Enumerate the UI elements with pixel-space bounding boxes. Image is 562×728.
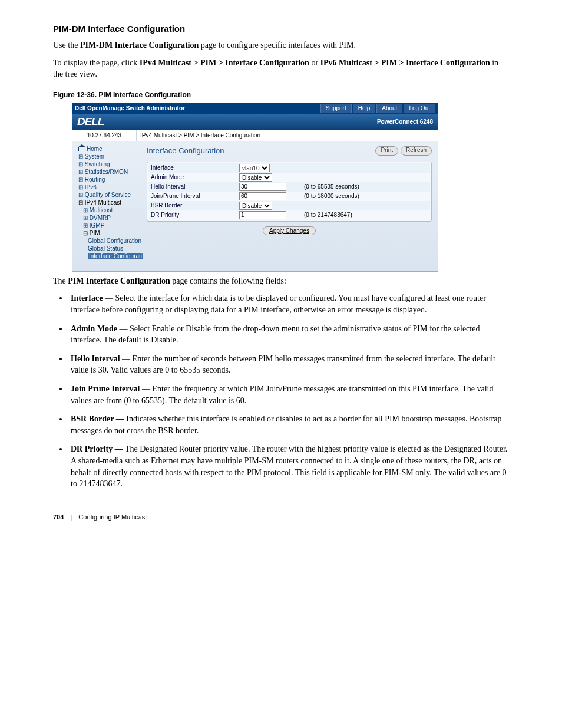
hint-hello-interval: (0 to 65535 seconds) <box>304 183 359 190</box>
field-join-prune: Join Prune Interval — Enter the frequenc… <box>68 383 509 406</box>
screenshot-main: Home ⊞ System ⊞ Switching ⊞ Statistics/R… <box>72 141 438 271</box>
footer-section: Configuring IP Multicast <box>78 513 147 521</box>
nav-pim-global-status[interactable]: Global Status <box>75 245 138 252</box>
select-interface[interactable]: vlan10 <box>239 164 270 172</box>
field-hello-interval: Hello Interval — Enter the number of sec… <box>68 353 509 376</box>
label-interface: Interface <box>148 164 239 171</box>
after-fig-post: page contains the following fields: <box>170 276 286 285</box>
input-join-prune[interactable] <box>239 192 286 200</box>
nav-system[interactable]: ⊞ System <box>75 153 138 160</box>
about-link[interactable]: About <box>376 104 402 113</box>
config-form: Interface vlan10 Admin Mode Disable Hell… <box>147 162 432 222</box>
print-button[interactable]: Print <box>375 146 398 156</box>
model-label: PowerConnect 6248 <box>377 118 433 125</box>
field-admin-mode-name: Admin Mode <box>71 324 117 333</box>
nav-pim-interface-config-label: Interface Configurati <box>88 253 143 259</box>
nav-switching-label: Switching <box>85 161 110 167</box>
field-dr-priority: DR Priority — The Designated Router prio… <box>68 443 509 489</box>
nav-ipv4-multicast-label: IPv4 Multicast <box>85 199 121 206</box>
nav-pre: To display the page, click <box>53 58 140 67</box>
field-admin-mode-desc: — Select Enable or Disable from the drop… <box>71 324 480 345</box>
nav-switching[interactable]: ⊞ Switching <box>75 160 138 168</box>
app-title: Dell OpenManage Switch Administrator <box>75 105 319 111</box>
nav-ipv4-multicast[interactable]: ⊟ IPv4 Multicast <box>75 199 138 206</box>
nav-ipv6-label: IPv6 <box>85 184 97 190</box>
label-hello-interval: Hello Interval <box>148 183 239 190</box>
content-area: Interface Configuration Print Refresh In… <box>141 141 438 271</box>
label-bsr-border: BSR Border <box>148 202 239 209</box>
nav-igmp[interactable]: ⊞ IGMP <box>75 222 138 229</box>
field-bsr-border-desc: Indicates whether this interface is enab… <box>71 414 501 435</box>
intro-post: page to configure specific interfaces wi… <box>199 41 356 50</box>
help-link[interactable]: Help <box>353 104 376 113</box>
nav-qos[interactable]: ⊞ Quality of Service <box>75 191 138 199</box>
row-interface: Interface vlan10 <box>148 163 430 173</box>
nav-routing-label: Routing <box>85 176 105 183</box>
nav-mid: or <box>309 58 320 67</box>
screenshot-subheader: 10.27.64.243 IPv4 Multicast > PIM > Inte… <box>72 130 438 141</box>
nav-dvmrp-label: DVMRP <box>90 215 111 221</box>
field-hello-interval-name: Hello Interval <box>71 354 120 363</box>
field-join-prune-name: Join Prune Interval <box>71 384 140 393</box>
nav-dvmrp[interactable]: ⊞ DVMRP <box>75 214 138 222</box>
input-dr-priority[interactable] <box>239 211 286 219</box>
row-hello-interval: Hello Interval (0 to 65535 seconds) <box>148 182 430 192</box>
input-hello-interval[interactable] <box>239 183 286 191</box>
nav-path2: IPv6 Multicast > PIM > Interface Configu… <box>320 58 490 67</box>
field-bsr-border: BSR Border — Indicates whether this inte… <box>68 413 509 436</box>
field-dr-priority-name: DR Priority — <box>71 444 123 453</box>
label-admin-mode: Admin Mode <box>148 174 239 180</box>
page-title-row: Interface Configuration Print Refresh <box>147 146 432 156</box>
support-link[interactable]: Support <box>320 104 352 113</box>
field-interface: Interface — Select the interface for whi… <box>68 292 509 315</box>
refresh-button[interactable]: Refresh <box>401 146 432 156</box>
intro-bold: PIM-DM Interface Configuration <box>80 41 199 50</box>
hint-join-prune: (0 to 18000 seconds) <box>304 193 359 199</box>
field-interface-desc: — Select the interface for which data is… <box>71 294 486 314</box>
apply-row: Apply Changes <box>147 222 432 238</box>
figure-caption: Figure 12-36. PIM Interface Configuratio… <box>53 91 509 99</box>
nav-pim[interactable]: ⊟ PIM <box>75 229 138 237</box>
home-icon <box>78 147 85 151</box>
dell-logo: DELL <box>77 117 104 127</box>
nav-home[interactable]: Home <box>75 145 138 153</box>
label-dr-priority: DR Priority <box>148 212 239 218</box>
logout-link[interactable]: Log Out <box>404 104 435 113</box>
after-fig-pre: The <box>53 276 68 285</box>
section-heading: PIM-DM Interface Configuration <box>53 24 509 34</box>
page-title: Interface Configuration <box>147 146 373 155</box>
nav-tree: Home ⊞ System ⊞ Switching ⊞ Statistics/R… <box>72 141 141 271</box>
nav-stats-label: Statistics/RMON <box>85 169 128 175</box>
nav-qos-label: Quality of Service <box>85 192 131 198</box>
ip-address: 10.27.64.243 <box>72 130 137 141</box>
nav-pim-global-config[interactable]: Global Configuration <box>75 237 138 245</box>
nav-system-label: System <box>85 153 104 160</box>
row-dr-priority: DR Priority (0 to 2147483647) <box>148 210 430 220</box>
screenshot-banner: DELL PowerConnect 6248 <box>72 114 438 130</box>
nav-multicast[interactable]: ⊞ Multicast <box>75 206 138 214</box>
nav-stats[interactable]: ⊞ Statistics/RMON <box>75 168 138 176</box>
row-admin-mode: Admin Mode Disable <box>148 173 430 182</box>
nav-multicast-label: Multicast <box>90 207 113 213</box>
footer-separator: | <box>70 513 72 521</box>
screenshot-titlebar: Dell OpenManage Switch Administrator Sup… <box>72 103 438 114</box>
nav-pim-label: PIM <box>90 230 100 236</box>
nav-routing[interactable]: ⊞ Routing <box>75 176 138 183</box>
select-bsr-border[interactable]: Disable <box>239 202 272 210</box>
field-list: Interface — Select the interface for whi… <box>65 292 509 489</box>
field-hello-interval-desc: — Enter the number of seconds between PI… <box>71 354 495 375</box>
breadcrumb: IPv4 Multicast > PIM > Interface Configu… <box>137 130 260 141</box>
select-admin-mode[interactable]: Disable <box>239 173 272 182</box>
nav-ipv6[interactable]: ⊞ IPv6 <box>75 183 138 191</box>
page-number: 704 <box>53 513 64 521</box>
field-dr-priority-desc: The Designated Router priority value. Th… <box>71 444 507 488</box>
row-bsr-border: BSR Border Disable <box>148 201 430 210</box>
page-footer: 704 | Configuring IP Multicast <box>53 513 509 521</box>
after-figure-paragraph: The PIM Interface Configuration page con… <box>53 275 509 287</box>
apply-changes-button[interactable]: Apply Changes <box>263 226 316 235</box>
screenshot-figure: Dell OpenManage Switch Administrator Sup… <box>72 103 438 272</box>
row-join-prune: Join/Prune Interval (0 to 18000 seconds) <box>148 192 430 201</box>
nav-path1: IPv4 Multicast > PIM > Interface Configu… <box>140 58 309 67</box>
nav-home-label: Home <box>87 146 103 152</box>
nav-pim-interface-config[interactable]: Interface Configurati <box>75 252 138 260</box>
